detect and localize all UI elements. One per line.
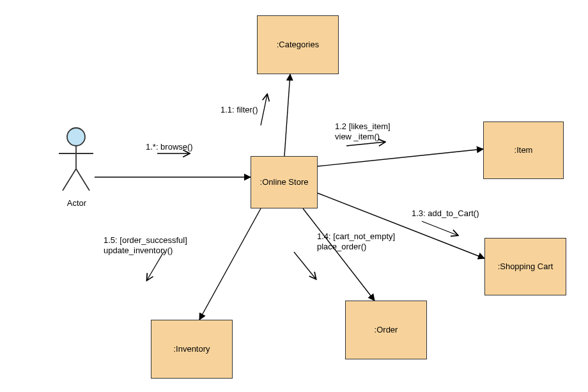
node-item: :Item: [483, 122, 564, 179]
link-onlinestore-inventory: [199, 208, 261, 320]
node-categories-label: :Categories: [277, 40, 319, 50]
link-onlinestore-item: [318, 149, 483, 166]
node-inventory: :Inventory: [151, 320, 233, 379]
dir-inv: [147, 252, 164, 280]
node-shopping-cart-label: :Shopping Cart: [498, 262, 553, 272]
node-order: :Order: [345, 301, 427, 359]
link-onlinestore-categories: [284, 74, 290, 156]
dir-addcart: [422, 221, 458, 235]
msg-place-order: 1.4: [cart_not_empty] place_order(): [317, 231, 395, 253]
msg-browse: 1.*: browse(): [146, 142, 193, 152]
msg-filter: 1.1: filter(): [220, 105, 258, 115]
node-shopping-cart: :Shopping Cart: [484, 238, 566, 295]
link-onlinestore-order: [303, 208, 375, 301]
actor-glyph: [58, 127, 95, 196]
svg-line-4: [76, 169, 89, 191]
node-online-store: :Online Store: [251, 156, 318, 208]
msg-update-inventory: 1.5: [order_successful] update_inventory…: [104, 235, 187, 256]
msg-add-to-cart: 1.3: add_to_Cart(): [412, 208, 479, 219]
node-item-label: :Item: [514, 145, 533, 155]
dir-filter: [261, 95, 267, 125]
actor: [58, 127, 95, 196]
node-inventory-label: :Inventory: [173, 344, 210, 354]
svg-point-0: [67, 128, 85, 146]
dir-order: [294, 252, 316, 279]
node-categories: :Categories: [257, 15, 339, 74]
uml-collaboration-diagram: Actor :Online Store :Categories :Item :S…: [0, 0, 588, 392]
node-order-label: :Order: [375, 325, 398, 335]
actor-label: Actor: [51, 198, 102, 208]
svg-line-3: [63, 169, 76, 191]
msg-view-item: 1.2 [likes_item] view _item(): [335, 122, 391, 143]
node-online-store-label: :Online Store: [260, 177, 309, 187]
dir-viewitem: [346, 142, 385, 146]
